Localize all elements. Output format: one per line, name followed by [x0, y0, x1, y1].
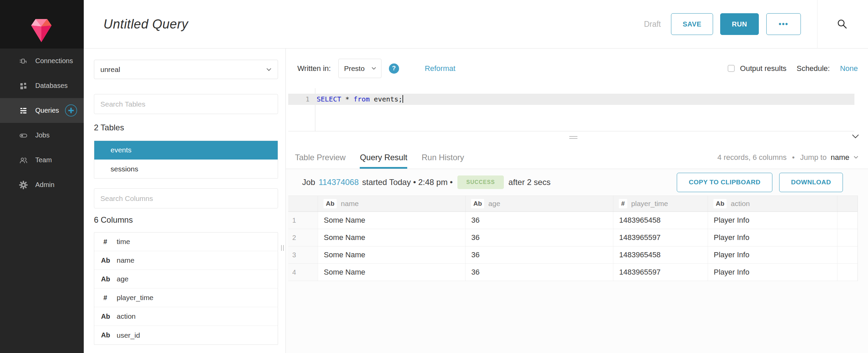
sidebar-item-queries[interactable]: Queries [0, 98, 84, 123]
results-tabs: Table Preview Query Result Run History 4… [286, 146, 868, 169]
column-name: name [117, 256, 135, 264]
columns-heading: 6 Columns [94, 215, 285, 225]
table-name: sessions [111, 165, 138, 173]
sidebar-item-databases[interactable]: Databases [0, 73, 84, 98]
column-list-item[interactable]: Ab age [94, 270, 278, 289]
cell-name: Some Name [318, 212, 466, 229]
search-icon[interactable] [837, 19, 848, 30]
column-header-action[interactable]: Ab action [708, 196, 837, 211]
job-duration-text: after 2 secs [509, 178, 551, 187]
collapse-editor-chevron-icon[interactable] [852, 134, 859, 140]
copy-to-clipboard-button[interactable]: COPY TO CLIPBOARD [677, 173, 772, 192]
language-select[interactable]: Presto [338, 59, 381, 78]
table-list-item-events[interactable]: events [94, 141, 278, 160]
more-options-button[interactable]: ••• [766, 13, 801, 35]
table-row[interactable]: 3 Some Name 36 1483965458 Player Info [288, 246, 857, 264]
table-row[interactable]: 2 Some Name 36 1483965597 Player Info [288, 229, 857, 246]
table-name: events [111, 146, 132, 154]
sidebar-item-label: Jobs [35, 131, 50, 139]
output-results-label: Output results [740, 64, 787, 73]
download-button[interactable]: DOWNLOAD [779, 173, 843, 192]
chevron-down-icon [371, 67, 376, 70]
sql-text: * [341, 95, 353, 103]
column-header-player-time[interactable]: # player_time [613, 196, 708, 211]
sidebar-item-admin[interactable]: Admin [0, 172, 84, 197]
cell-action: Player Info [708, 264, 837, 281]
column-name: time [117, 238, 130, 246]
connection-select[interactable]: unreal [94, 60, 278, 79]
column-list-item[interactable]: Ab user_id [94, 326, 278, 345]
editor-active-line: 1 SELECT * from events; [288, 94, 854, 105]
results-panel: Job 114374068 started Today • 2:48 pm • … [286, 169, 868, 353]
row-number-cell: 1 [288, 212, 318, 229]
row-number-cell: 3 [288, 246, 318, 263]
save-button[interactable]: SAVE [671, 13, 713, 35]
column-header-age[interactable]: Ab age [466, 196, 613, 211]
schedule-value-link[interactable]: None [840, 64, 858, 73]
columns-list: # time Ab name Ab age # player_time Ab a… [94, 232, 278, 345]
column-type-badge: # [101, 294, 117, 302]
chevron-down-icon[interactable] [853, 156, 859, 159]
column-type-badge: Ab [101, 275, 117, 283]
chevron-down-icon [266, 68, 272, 71]
sidebar-item-label: Queries [35, 107, 59, 114]
column-list-item[interactable]: Ab name [94, 251, 278, 270]
tab-table-preview[interactable]: Table Preview [295, 146, 346, 169]
sidebar-item-team[interactable]: Team [0, 148, 84, 172]
column-type-chip: Ab [323, 199, 337, 208]
jump-to-column-select[interactable]: name [831, 153, 849, 162]
column-list-item[interactable]: Ab action [94, 307, 278, 326]
row-number-cell: 2 [288, 229, 318, 246]
table-row[interactable]: 4 Some Name 36 1483965597 Player Info [288, 264, 857, 281]
text-cursor [402, 95, 403, 103]
schema-browser-panel: unreal 2 Tables events sessions 6 Column… [84, 49, 286, 353]
cell-filler [837, 212, 857, 229]
search-tables-input[interactable] [94, 94, 278, 114]
logo-block[interactable] [0, 0, 84, 49]
sql-code-line: SELECT * from events; [315, 94, 403, 105]
sql-keyword: SELECT [317, 95, 341, 103]
panel-resize-handle[interactable] [281, 245, 284, 251]
result-actions: COPY TO CLIPBOARD DOWNLOAD [677, 173, 868, 192]
reformat-link[interactable]: Reformat [425, 64, 455, 73]
column-header-name[interactable]: Ab name [318, 196, 466, 211]
table-list-item-sessions[interactable]: sessions [94, 160, 278, 178]
column-header-label: player_time [631, 200, 668, 208]
column-list-item[interactable]: # player_time [94, 289, 278, 307]
resize-handle-icon[interactable] [569, 136, 577, 140]
search-columns-input[interactable] [94, 188, 278, 208]
work-area: Written in: Presto ? Reformat Output res… [286, 49, 868, 353]
tab-run-history[interactable]: Run History [421, 146, 464, 169]
help-icon[interactable]: ? [389, 63, 399, 74]
grid-icon [19, 81, 28, 90]
output-results-checkbox[interactable] [728, 65, 735, 72]
table-row[interactable]: 1 Some Name 36 1483965458 Player Info [288, 212, 857, 229]
cell-age: 36 [466, 229, 613, 246]
connection-select-value: unreal [100, 66, 120, 74]
cell-age: 36 [466, 212, 613, 229]
tab-query-result[interactable]: Query Result [360, 146, 407, 169]
sql-text: events; [370, 95, 402, 103]
pill-icon [19, 131, 28, 140]
job-id-link[interactable]: 114374068 [319, 178, 359, 187]
column-header-label: age [488, 200, 500, 208]
column-list-item[interactable]: # time [94, 233, 278, 251]
page-title[interactable]: Untitled Query [103, 17, 188, 32]
column-type-badge: # [101, 238, 117, 246]
sidebar-item-connections[interactable]: Connections [0, 49, 84, 73]
sidebar-item-jobs[interactable]: Jobs [0, 123, 84, 148]
sql-editor[interactable]: 1 SELECT * from events; [288, 88, 854, 131]
column-type-chip: Ab [713, 199, 727, 208]
sidebar-nav: Connections Databases [0, 49, 84, 197]
people-icon [19, 156, 28, 165]
jump-to-label: Jump to [800, 153, 827, 162]
row-number-header [288, 196, 318, 211]
new-query-button[interactable] [65, 104, 77, 117]
run-button[interactable]: RUN [720, 13, 759, 35]
cell-action: Player Info [708, 212, 837, 229]
cell-age: 36 [466, 264, 613, 281]
line-number: 1 [288, 94, 315, 105]
column-type-chip: Ab [471, 199, 484, 208]
column-name: action [117, 312, 136, 320]
records-count: 4 records, 6 columns [717, 153, 787, 162]
